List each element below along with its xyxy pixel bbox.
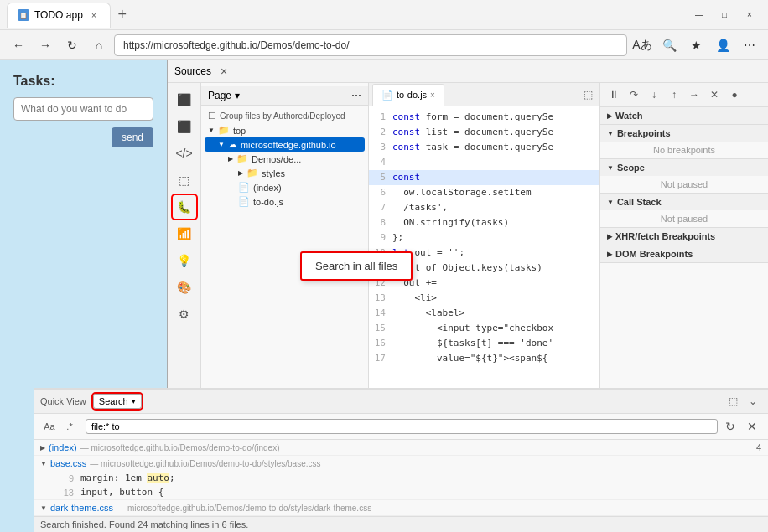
file-icon: 📄 [238, 182, 250, 193]
network-icon[interactable]: ⬚ [173, 168, 196, 192]
code-line: 4 [369, 155, 599, 170]
address-icons: Aあ 🔍 ★ 👤 ⋯ [630, 34, 761, 57]
zoom-icon[interactable]: 🔍 [657, 34, 681, 57]
close-button[interactable]: × [738, 7, 761, 23]
group-files-label: Group files by Authored/Deployed [220, 111, 345, 121]
result-header-basecss[interactable]: ▼ base.css — microsoftedge.github.io/Dem… [168, 456, 768, 471]
forward-button[interactable]: → [34, 34, 57, 57]
bug-icon[interactable]: 🐛 [173, 195, 196, 219]
scope-header[interactable]: ▼ Scope [600, 159, 768, 176]
file-tree-body: ☐ Group files by Authored/Deployed ▼ 📁 t… [201, 106, 368, 212]
top-label: top [233, 126, 246, 136]
editor-tab-close-button[interactable]: × [430, 90, 435, 100]
back-button[interactable]: ← [7, 34, 30, 57]
index-file[interactable]: 📄 (index) [205, 180, 365, 194]
dock-icon[interactable]: ⬚ [724, 393, 741, 410]
dock-icon[interactable]: ⬚ [579, 86, 596, 103]
expand-icon[interactable]: ⌄ [745, 393, 761, 410]
xhr-header[interactable]: ▶ XHR/fetch Breakpoints [600, 228, 768, 245]
code-line: 6 ow.localStorage.setItem [369, 185, 599, 200]
tab-favicon: 📋 [18, 9, 29, 21]
task-input[interactable] [13, 97, 153, 121]
step-icon[interactable]: → [686, 86, 703, 103]
menu-icon[interactable]: ⋯ [738, 34, 761, 57]
elements-icon[interactable]: ⬛ [173, 88, 196, 111]
bp-arrow-icon: ▼ [607, 130, 614, 137]
origin-folder[interactable]: ▼ ☁ microsoftedge.github.io [205, 137, 365, 152]
callstack-label: Call Stack [617, 197, 662, 207]
no-breakpoints-msg: No breakpoints [600, 142, 768, 158]
page-label: Page [208, 90, 231, 101]
maximize-button[interactable]: □ [713, 7, 736, 23]
devtools-header: Sources × [168, 60, 768, 83]
result-header-index[interactable]: ▶ (index) — microsoftedge.github.io/Demo… [168, 440, 768, 455]
translate-icon[interactable]: Aあ [630, 34, 654, 57]
active-tab[interactable]: 📋 TODO app × [7, 3, 111, 28]
status-text: Search finished. Found 24 matching lines… [168, 519, 248, 529]
lightbulb-icon[interactable]: 💡 [173, 249, 196, 272]
clear-search-button[interactable]: ✕ [743, 417, 761, 436]
refresh-button[interactable]: ↻ [60, 34, 84, 57]
callstack-header[interactable]: ▼ Call Stack [600, 194, 768, 210]
dom-header[interactable]: ▶ DOM Breakpoints [600, 245, 768, 262]
main-content: Tasks: send Sources × ⬛ ⬛ </> ⬚ 🐛 📶 💡 🎨 … [0, 60, 768, 532]
result-file-path: — microsoftedge.github.io/Demos/demo-to-… [168, 459, 761, 468]
watch-header[interactable]: ▶ Watch [600, 107, 768, 124]
editor-tab-label: to-do.js [397, 90, 427, 100]
home-button[interactable]: ⌂ [87, 34, 111, 57]
page-menu-icon[interactable]: ⋯ [351, 90, 361, 101]
profile-icon[interactable]: 👤 [711, 34, 734, 57]
console-icon[interactable]: ⬛ [173, 115, 196, 138]
cloud-icon: ☁ [228, 139, 237, 150]
code-line: 17 value="${t}"><span${ [369, 351, 599, 366]
editor-tab-todo[interactable]: 📄 to-do.js × [372, 84, 444, 106]
send-button[interactable]: send [112, 127, 153, 147]
record-icon[interactable]: ● [726, 86, 743, 103]
dom-label: DOM Breakpoints [615, 249, 693, 259]
sources-icon[interactable]: </> [173, 142, 196, 165]
refresh-search-button[interactable]: ↻ [721, 417, 739, 436]
page-dropdown-arrow[interactable]: ▾ [235, 90, 240, 101]
bottom-tabs: Quick View Search ▾ ⬚ ⌄ [168, 390, 768, 414]
styles-folder[interactable]: ▶ 📁 styles [205, 166, 365, 180]
code-line: 16 ${tasks[t] === 'done' [369, 336, 599, 351]
devtools-close-button[interactable]: × [216, 64, 231, 79]
result-line[interactable]: 9 margin: 1em auto; [168, 471, 768, 485]
step-out-icon[interactable]: ↑ [666, 86, 682, 103]
tab-close-button[interactable]: × [88, 9, 100, 21]
paint-icon[interactable]: 🎨 [173, 276, 196, 299]
demos-label: Demos/de... [252, 154, 301, 164]
status-bar: Search finished. Found 24 matching lines… [168, 516, 768, 532]
demos-folder[interactable]: ▶ 📁 Demos/de... [205, 152, 365, 166]
settings-icon[interactable]: ⚙ [173, 302, 196, 326]
callstack-section: ▼ Call Stack Not paused [600, 194, 768, 228]
address-field[interactable]: https://microsoftedge.github.io/Demos/de… [114, 34, 627, 56]
pause-icon[interactable]: ⏸ [605, 86, 622, 103]
breakpoints-header[interactable]: ▼ Breakpoints [600, 125, 768, 142]
new-tab-button[interactable]: + [111, 3, 134, 27]
search-results: ▶ (index) — microsoftedge.github.io/Demo… [168, 440, 768, 516]
folder-icon: 📁 [246, 168, 258, 178]
search-actions: ↻ ✕ [721, 417, 761, 436]
step-into-icon[interactable]: ↓ [646, 86, 662, 103]
step-over-icon[interactable]: ↷ [625, 86, 642, 103]
result-header-darktheme[interactable]: ▼ dark-theme.css — microsoftedge.github.… [168, 500, 768, 515]
deactivate-icon[interactable]: ✕ [706, 86, 723, 103]
group-files-item[interactable]: ☐ Group files by Authored/Deployed [205, 109, 365, 123]
index-label: (index) [253, 183, 282, 193]
todo-file[interactable]: 📄 to-do.js [205, 194, 365, 209]
scope-not-paused: Not paused [600, 176, 768, 193]
dom-arrow-icon: ▶ [607, 251, 612, 258]
favorite-icon[interactable]: ★ [684, 34, 708, 57]
top-folder[interactable]: ▼ 📁 top [205, 123, 365, 137]
search-input[interactable] [168, 421, 712, 431]
devtools-body: ⬛ ⬛ </> ⬚ 🐛 📶 💡 🎨 ⚙ 📄 + ? ⋯ [168, 83, 768, 532]
wifi-icon[interactable]: 📶 [173, 222, 196, 245]
minimize-button[interactable]: — [688, 7, 711, 23]
result-line[interactable]: 13 input, button { [168, 485, 768, 499]
result-count: 4 [756, 442, 761, 452]
xhr-section: ▶ XHR/fetch Breakpoints [600, 228, 768, 245]
dom-section: ▶ DOM Breakpoints [600, 245, 768, 263]
file-tree-header: Page ▾ ⋯ [201, 86, 368, 106]
result-line-code: margin: 1em auto; [168, 473, 175, 483]
